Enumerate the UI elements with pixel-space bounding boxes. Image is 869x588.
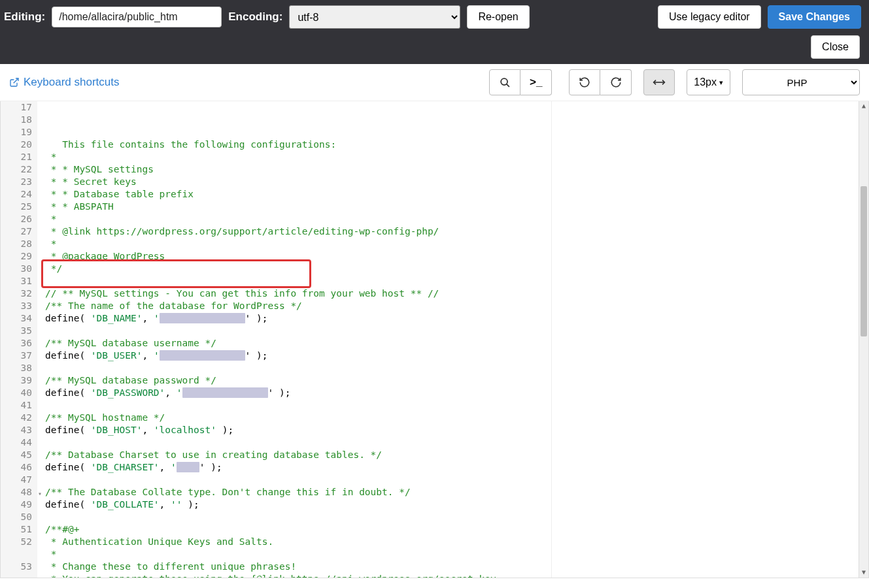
search-icon [500,77,511,88]
save-changes-button[interactable]: Save Changes [768,5,861,29]
reopen-button[interactable]: Re-open [467,5,529,29]
scroll-thumb[interactable] [860,186,867,336]
keyboard-shortcuts-label: Keyboard shortcuts [24,76,119,89]
wrap-icon [653,78,666,87]
svg-point-0 [501,78,507,85]
code-editor[interactable]: 1718192021222324252627282930313233343536… [0,101,869,578]
undo-button[interactable] [569,69,600,95]
redo-icon [610,76,622,88]
fontsize-label: 13px [694,76,717,88]
undo-icon [579,76,590,88]
editor-header: Editing: Encoding: utf-8 Re-open Use leg… [0,0,869,64]
external-link-icon [9,77,20,88]
terminal-icon: >_ [530,76,542,89]
legacy-editor-button[interactable]: Use legacy editor [658,5,761,29]
keyboard-shortcuts-link[interactable]: Keyboard shortcuts [9,76,119,89]
scroll-up-arrow[interactable]: ▲ [859,101,868,111]
editing-label: Editing: [4,10,45,24]
line-gutter: 1718192021222324252627282930313233343536… [1,101,37,578]
language-select[interactable]: PHP [742,69,860,95]
vertical-scrollbar[interactable]: ▲ ▼ [859,101,868,578]
wrap-toggle-button[interactable] [643,69,675,95]
fontsize-button[interactable]: 13px ▾ [687,69,730,95]
print-margin [551,101,552,578]
chevron-down-icon: ▾ [719,78,723,87]
encoding-label: Encoding: [228,10,282,24]
code-area[interactable]: This file contains the following configu… [37,101,868,578]
scroll-down-arrow[interactable]: ▼ [859,568,868,578]
svg-line-1 [506,84,509,86]
file-path-input[interactable] [52,7,222,27]
redo-button[interactable] [600,69,632,95]
editor-toolbar: Keyboard shortcuts >_ 13px ▾ PHP [0,64,869,101]
terminal-button[interactable]: >_ [520,69,552,95]
close-button[interactable]: Close [811,35,860,59]
encoding-select[interactable]: utf-8 [289,5,460,29]
search-button[interactable] [489,69,520,95]
